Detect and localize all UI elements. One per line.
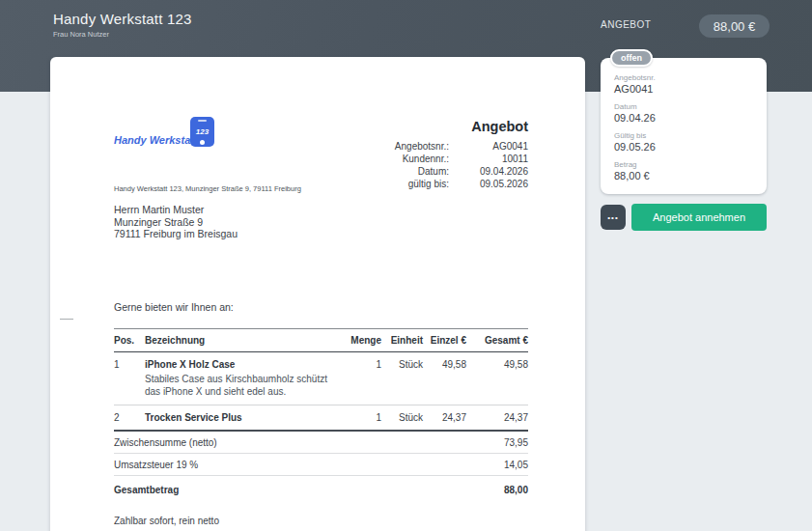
item-pos: 2	[114, 412, 145, 423]
item-name: iPhone X Holz Case	[145, 359, 343, 370]
sender-line: Handy Werkstatt 123, Munzinger Straße 9,…	[114, 184, 301, 193]
offer-number-label: Angebotsnr.	[614, 73, 753, 82]
item-qty: 1	[343, 359, 381, 398]
item-unit: Stück	[381, 359, 423, 398]
offer-valid-until-label: Gültig bis	[614, 131, 753, 140]
item-row: 1 iPhone X Holz Case Stabiles Case aus K…	[114, 352, 528, 405]
grand-total-label: Gesamtbetrag	[114, 485, 179, 495]
more-options-button[interactable]: •••	[601, 205, 626, 230]
user-name: Frau Nora Nutzer	[53, 30, 109, 39]
offer-number-value: AG0041	[614, 83, 753, 95]
payment-terms: Zahlbar sofort, rein netto	[114, 516, 528, 526]
offer-amount-field: Betrag 88,00 €	[614, 160, 753, 182]
company-title: Handy Werkstatt 123	[53, 11, 192, 27]
item-unit-price: 49,58	[423, 359, 466, 398]
item-total: 24,37	[466, 412, 528, 423]
recipient-name: Herrn Martin Muster	[114, 204, 238, 216]
meta-value: 10011	[449, 153, 528, 165]
col-unit-price: Einzel €	[423, 335, 466, 346]
recipient-street: Munzinger Straße 9	[114, 216, 238, 229]
col-qty: Menge	[343, 335, 381, 346]
offer-amount-value: 88,00 €	[614, 170, 753, 182]
doc-type-label: ANGEBOT	[601, 19, 651, 30]
col-name: Bezeichnung	[145, 335, 343, 346]
grand-total-value: 88,00	[504, 485, 528, 495]
col-total: Gesamt €	[466, 335, 528, 346]
document-title: Angebot	[338, 119, 528, 134]
document-body: Gerne bieten wir Ihnen an: Pos. Bezeichn…	[114, 301, 528, 531]
tax-label: Umsatzsteuer 19 %	[114, 460, 198, 470]
offer-number-field: Angebotsnr. AG0041	[614, 73, 753, 95]
meta-label: gültig bis:	[338, 178, 449, 190]
document-footer: Zahlbar sofort, rein netto Wir freuen un…	[114, 516, 528, 531]
grand-total-row: Gesamtbetrag 88,00	[114, 476, 528, 500]
tax-value: 14,05	[504, 460, 528, 470]
offer-valid-until-value: 09.05.26	[614, 141, 753, 153]
offer-summary-card: offen Angebotsnr. AG0041 Datum 09.04.26 …	[601, 58, 767, 194]
subtotal-row: Zwischensumme (netto) 73,95	[114, 432, 528, 454]
meta-value: AG0041	[449, 140, 528, 153]
subtotal-value: 73,95	[504, 437, 528, 448]
offer-date-value: 09.04.26	[614, 112, 753, 124]
meta-row: Kundennr.: 10011	[338, 153, 528, 165]
phone-home-button-detail	[200, 140, 205, 145]
company-logo: Handy Werkstatt 123	[114, 117, 278, 150]
offer-date-label: Datum	[614, 102, 753, 111]
item-row: 2 Trocken Service Plus 1 Stück 24,37 24,…	[114, 405, 528, 432]
item-total: 49,58	[466, 359, 528, 398]
meta-label: Datum:	[338, 165, 449, 178]
offer-amount-label: Betrag	[614, 160, 753, 169]
item-unit: Stück	[381, 412, 423, 423]
document-meta: Angebot Angebotsnr.: AG0041 Kundennr.: 1…	[338, 119, 528, 190]
item-qty: 1	[343, 412, 381, 423]
status-badge: offen	[610, 49, 653, 67]
recipient-address: Herrn Martin Muster Munzinger Straße 9 7…	[114, 204, 238, 240]
offer-date-field: Datum 09.04.26	[614, 102, 753, 124]
offer-valid-until-field: Gültig bis 09.05.26	[614, 131, 753, 153]
tax-row: Umsatzsteuer 19 % 14,05	[114, 454, 528, 476]
item-pos: 1	[114, 359, 145, 398]
offer-fields: Angebotsnr. AG0041 Datum 09.04.26 Gültig…	[601, 58, 767, 182]
col-pos: Pos.	[114, 335, 145, 346]
intro-line: Gerne bieten wir Ihnen an:	[114, 301, 528, 313]
col-unit: Einheit	[381, 335, 423, 346]
fold-mark	[60, 319, 73, 320]
app-screen: Handy Werkstatt 123 Frau Nora Nutzer ANG…	[0, 0, 812, 531]
phone-speaker-detail	[198, 120, 207, 122]
meta-label: Angebotsnr.:	[338, 140, 449, 153]
meta-row: gültig bis: 09.05.2026	[338, 178, 528, 190]
phone-screen-text: 123	[190, 127, 214, 136]
meta-value: 09.05.2026	[449, 178, 528, 190]
item-description: Stabiles Case aus Kirschbaumholz schützt…	[145, 373, 343, 398]
phone-logo-icon: 123	[190, 117, 214, 147]
items-table-header: Pos. Bezeichnung Menge Einheit Einzel € …	[114, 328, 528, 352]
amount-badge: 88,00 €	[699, 14, 770, 38]
subtotal-label: Zwischensumme (netto)	[114, 437, 217, 448]
accept-offer-button[interactable]: Angebot annehmen	[631, 204, 767, 231]
item-unit-price: 24,37	[423, 412, 466, 423]
meta-row: Datum: 09.04.2026	[338, 165, 528, 178]
document-preview: Handy Werkstatt 123 Handy Werkstatt 123,…	[50, 57, 585, 531]
item-name: Trocken Service Plus	[145, 412, 343, 423]
meta-value: 09.04.2026	[449, 165, 528, 178]
recipient-city: 79111 Freiburg im Breisgau	[114, 228, 238, 240]
meta-row: Angebotsnr.: AG0041	[338, 140, 528, 153]
logo-text: Handy Werkstatt	[114, 134, 198, 146]
meta-label: Kundennr.:	[338, 153, 449, 165]
